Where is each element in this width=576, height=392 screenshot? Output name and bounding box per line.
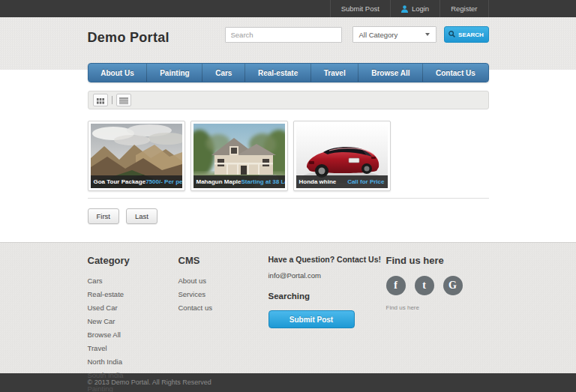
nav-item-painting[interactable]: Painting xyxy=(146,64,202,82)
card-title: Honda whine xyxy=(299,178,337,185)
card-caption: Honda whine Call for Price xyxy=(296,175,388,188)
card-title: Mahagun Maple xyxy=(196,178,242,185)
footer-link-about-us[interactable]: About us xyxy=(178,274,268,287)
copyright-text: © 2013 Demo Portal. All Rights Reserved xyxy=(88,373,489,392)
search-button[interactable]: SEARCH xyxy=(444,26,489,43)
footer-category-heading: Category xyxy=(88,255,178,266)
content-divider xyxy=(88,198,489,199)
nav-item-travel[interactable]: Travel xyxy=(310,64,358,82)
twitter-icon[interactable]: t xyxy=(415,276,434,295)
pagination-first-button[interactable]: First xyxy=(88,208,119,224)
header: Demo Portal All Category SEARCH xyxy=(0,17,576,70)
footer-social-caption: Find us here xyxy=(386,304,489,311)
footer-link-used-car[interactable]: Used Car xyxy=(88,301,178,314)
nav-item-browse-all[interactable]: Browse All xyxy=(358,64,422,82)
category-selected-value: All Category xyxy=(359,31,398,39)
bottombar: © 2013 Demo Portal. All Rights Reserved xyxy=(0,373,576,392)
footer-link-real-estate[interactable]: Real-estate xyxy=(88,287,178,301)
footer-cms-column: CMS About us Services Contact us xyxy=(178,255,268,392)
toggle-divider xyxy=(112,96,112,104)
card-title: Goa Tour Package xyxy=(94,178,146,185)
nav-item-real-estate[interactable]: Real-estate xyxy=(244,64,310,82)
listing-grid: Goa Tour Package 7500/- Per person xyxy=(88,121,489,191)
footer-contact-column: Have a Question? Contact Us! info@Portal… xyxy=(268,255,386,392)
footer-searching-heading: Searching xyxy=(268,292,386,301)
footer-link-browse-all[interactable]: Browse All xyxy=(88,328,178,341)
list-view-button[interactable] xyxy=(116,94,131,106)
search-button-label: SEARCH xyxy=(458,31,484,38)
chevron-down-icon xyxy=(425,33,430,36)
nav-item-contact-us[interactable]: Contact Us xyxy=(422,64,488,82)
honda-whine-image: Honda whine Call for Price xyxy=(296,124,388,188)
main-content: Goa Tour Package 7500/- Per person xyxy=(88,91,489,224)
goa-tour-image: Goa Tour Package 7500/- Per person xyxy=(91,124,182,188)
card-price: Call for Price xyxy=(347,178,384,185)
footer-cms-heading: CMS xyxy=(178,255,268,266)
list-view-icon xyxy=(119,94,128,107)
login-link[interactable]: Login xyxy=(391,0,440,17)
footer-link-contact-us[interactable]: Contact us xyxy=(178,301,268,314)
submit-post-button[interactable]: Submit Post xyxy=(268,310,355,328)
footer-link-north-india[interactable]: North India xyxy=(88,355,178,368)
pagination: First Last xyxy=(88,208,489,224)
card-caption: Mahagun Maple Starting at 38 Lacs xyxy=(194,175,285,188)
category-select[interactable]: All Category xyxy=(352,26,436,43)
listing-card-mahagun-maple[interactable]: Mahagun Maple Starting at 38 Lacs xyxy=(190,121,288,191)
listing-card-goa-tour[interactable]: Goa Tour Package 7500/- Per person xyxy=(88,121,185,191)
footer-link-cars[interactable]: Cars xyxy=(88,274,178,287)
card-price: Starting at 38 Lacs xyxy=(242,178,285,185)
topbar: Submit Post Login Register xyxy=(0,0,576,17)
mahagun-maple-image: Mahagun Maple Starting at 38 Lacs xyxy=(194,124,285,188)
facebook-icon[interactable]: f xyxy=(386,276,406,295)
view-toggle-bar xyxy=(88,91,489,109)
nav-item-cars[interactable]: Cars xyxy=(202,64,244,82)
footer-category-column: Category Cars Real-estate Used Car New C… xyxy=(88,255,178,392)
footer-contact-heading: Have a Question? Contact Us! xyxy=(268,255,386,264)
main-navigation: About Us Painting Cars Real-estate Trave… xyxy=(88,63,489,82)
footer: Category Cars Real-estate Used Car New C… xyxy=(0,242,576,373)
footer-social-heading: Find us here xyxy=(386,255,489,266)
login-label: Login xyxy=(412,4,429,13)
footer-social-column: Find us here f t G Find us here xyxy=(386,255,489,392)
submit-post-link[interactable]: Submit Post xyxy=(330,0,391,17)
footer-contact-email[interactable]: info@Portal.com xyxy=(268,271,386,280)
footer-link-services[interactable]: Services xyxy=(178,287,268,301)
user-icon xyxy=(401,5,408,13)
nav-item-about-us[interactable]: About Us xyxy=(88,64,147,82)
footer-link-new-car[interactable]: New Car xyxy=(88,314,178,328)
grid-view-button[interactable] xyxy=(93,94,108,106)
pagination-last-button[interactable]: Last xyxy=(126,208,158,224)
grid-view-icon xyxy=(97,94,104,107)
card-caption: Goa Tour Package 7500/- Per person xyxy=(91,175,182,188)
search-input[interactable] xyxy=(225,27,342,43)
google-plus-icon[interactable]: G xyxy=(443,276,463,295)
footer-link-travel[interactable]: Travel xyxy=(88,341,178,355)
site-logo[interactable]: Demo Portal xyxy=(88,30,170,46)
search-icon xyxy=(448,31,455,39)
listing-card-honda-whine[interactable]: Honda whine Call for Price xyxy=(293,121,391,191)
card-price: 7500/- Per person xyxy=(146,178,182,185)
register-link[interactable]: Register xyxy=(440,0,488,17)
